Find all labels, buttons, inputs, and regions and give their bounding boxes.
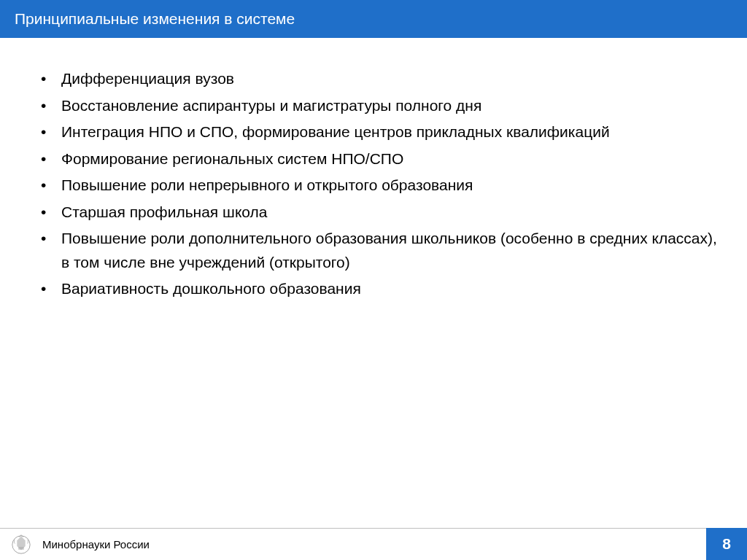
slide-title: Принципиальные изменения в системе — [15, 10, 295, 27]
slide-header: Принципиальные изменения в системе — [0, 0, 747, 38]
svg-rect-1 — [18, 547, 24, 550]
bullet-list: Дифференциация вузов Восстановление аспи… — [28, 67, 719, 301]
page-number: 8 — [706, 528, 747, 560]
footer-label: Минобрнауки России — [42, 538, 150, 551]
list-item: Повышение роли дополнительного образован… — [41, 227, 719, 274]
list-item: Формирование региональных систем НПО/СПО — [41, 147, 719, 171]
state-emblem-icon — [7, 531, 35, 559]
list-item: Восстановление аспирантуры и магистратур… — [41, 94, 719, 118]
list-item: Интеграция НПО и СПО, формирование центр… — [41, 120, 719, 144]
list-item: Дифференциация вузов — [41, 67, 719, 91]
list-item: Старшая профильная школа — [41, 201, 719, 225]
slide-footer: Минобрнауки России — [0, 528, 747, 560]
slide-content: Дифференциация вузов Восстановление аспи… — [0, 38, 747, 319]
list-item: Повышение роли непрерывного и открытого … — [41, 174, 719, 198]
list-item: Вариативность дошкольного образования — [41, 277, 719, 301]
